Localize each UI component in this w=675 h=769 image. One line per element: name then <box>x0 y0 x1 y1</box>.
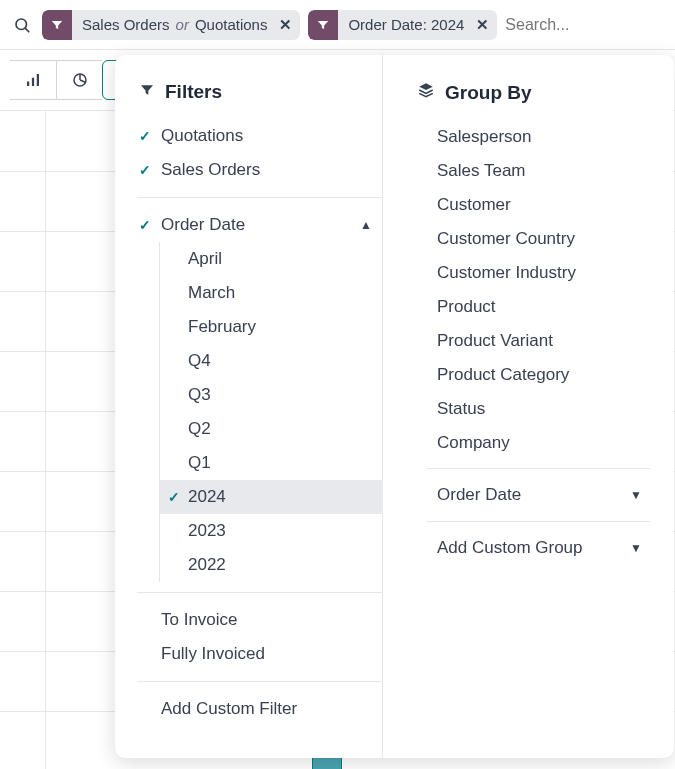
groupby-product-category[interactable]: Product Category <box>407 358 660 392</box>
groupby-label: Customer Country <box>437 229 575 249</box>
groupby-label: Product Variant <box>437 331 553 351</box>
divider <box>427 521 650 522</box>
groupby-order-date[interactable]: Order Date ▼ <box>407 477 660 513</box>
add-custom-filter[interactable]: Add Custom Filter <box>129 692 382 726</box>
filter-fully-invoiced[interactable]: Fully Invoiced <box>129 637 382 671</box>
view-pie-button[interactable] <box>56 60 102 100</box>
groupby-label: Customer Industry <box>437 263 576 283</box>
order-date-subfilters: April March February Q4 Q3 Q2 Q1 ✓2024 2… <box>159 242 382 582</box>
subfilter-label: 2022 <box>188 555 226 575</box>
filter-label: Fully Invoiced <box>161 644 265 664</box>
filter-label: To Invoice <box>161 610 238 630</box>
groupby-title: Group By <box>445 82 532 104</box>
subfilter-2023[interactable]: 2023 <box>160 514 382 548</box>
subfilter-label: 2023 <box>188 521 226 541</box>
subfilter-label: Q3 <box>188 385 211 405</box>
filter-label: Quotations <box>161 126 243 146</box>
filters-header: Filters <box>129 73 382 119</box>
search-bar: Sales Orders or Quotations ✕ Order Date:… <box>0 0 675 50</box>
filter-chip-order-date[interactable]: Order Date: 2024 ✕ <box>308 10 497 40</box>
divider <box>137 197 382 198</box>
groupby-customer[interactable]: Customer <box>407 188 660 222</box>
chip-text-a: Sales Orders <box>82 16 170 33</box>
filter-sales-orders[interactable]: ✓ Sales Orders <box>129 153 382 187</box>
subfilter-march[interactable]: March <box>160 276 382 310</box>
filter-icon <box>139 81 155 103</box>
groupby-label: Order Date <box>437 485 521 505</box>
filters-column: Filters ✓ Quotations ✓ Sales Orders ✓ Or… <box>115 55 383 758</box>
filter-label: Order Date <box>161 215 245 235</box>
filter-chip-sales-quotations[interactable]: Sales Orders or Quotations ✕ <box>42 10 300 40</box>
subfilter-q3[interactable]: Q3 <box>160 378 382 412</box>
groupby-customer-country[interactable]: Customer Country <box>407 222 660 256</box>
subfilter-label: March <box>188 283 235 303</box>
filter-label: Sales Orders <box>161 160 260 180</box>
subfilter-label: Q2 <box>188 419 211 439</box>
filter-label: Add Custom Filter <box>161 699 297 719</box>
search-input[interactable] <box>505 10 665 40</box>
chip-text-b: Quotations <box>195 16 268 33</box>
svg-rect-3 <box>32 78 34 86</box>
filter-quotations[interactable]: ✓ Quotations <box>129 119 382 153</box>
subfilter-label: 2024 <box>188 487 226 507</box>
subfilter-label: Q4 <box>188 351 211 371</box>
check-icon: ✓ <box>139 128 161 144</box>
subfilter-february[interactable]: February <box>160 310 382 344</box>
add-custom-group[interactable]: Add Custom Group ▼ <box>407 530 660 566</box>
groupby-label: Product Category <box>437 365 569 385</box>
chip-or: or <box>176 16 189 33</box>
check-icon: ✓ <box>139 217 161 233</box>
filter-chip-body: Order Date: 2024 ✕ <box>338 10 497 40</box>
subfilter-2022[interactable]: 2022 <box>160 548 382 582</box>
groupby-product-variant[interactable]: Product Variant <box>407 324 660 358</box>
groupby-label: Salesperson <box>437 127 532 147</box>
check-icon: ✓ <box>160 489 188 505</box>
svg-rect-4 <box>37 74 39 86</box>
groupby-salesperson[interactable]: Salesperson <box>407 120 660 154</box>
check-icon: ✓ <box>139 162 161 178</box>
chevron-down-icon: ▼ <box>630 541 642 555</box>
groupby-product[interactable]: Product <box>407 290 660 324</box>
chevron-up-icon: ▲ <box>360 218 372 232</box>
groupby-label: Add Custom Group <box>437 538 583 558</box>
subfilter-label: February <box>188 317 256 337</box>
filter-chip-body: Sales Orders or Quotations ✕ <box>72 10 300 40</box>
filters-title: Filters <box>165 81 222 103</box>
groupby-status[interactable]: Status <box>407 392 660 426</box>
filter-icon <box>42 10 72 40</box>
filter-icon <box>308 10 338 40</box>
layers-icon <box>417 81 435 104</box>
svg-line-1 <box>25 28 28 31</box>
subfilter-2024[interactable]: ✓2024 <box>160 480 382 514</box>
subfilter-q4[interactable]: Q4 <box>160 344 382 378</box>
subfilter-label: Q1 <box>188 453 211 473</box>
close-icon[interactable]: ✕ <box>476 16 489 34</box>
search-icon[interactable] <box>10 13 34 37</box>
view-graph-button[interactable] <box>10 60 56 100</box>
groupby-customer-industry[interactable]: Customer Industry <box>407 256 660 290</box>
groupby-label: Company <box>437 433 510 453</box>
groupby-label: Status <box>437 399 485 419</box>
groupby-label: Product <box>437 297 496 317</box>
groupby-column: Group By Salesperson Sales Team Customer… <box>393 55 674 758</box>
groupby-sales-team[interactable]: Sales Team <box>407 154 660 188</box>
filter-to-invoice[interactable]: To Invoice <box>129 603 382 637</box>
divider <box>137 681 382 682</box>
svg-rect-2 <box>27 82 29 87</box>
subfilter-april[interactable]: April <box>160 242 382 276</box>
divider <box>137 592 382 593</box>
filter-order-date[interactable]: ✓ Order Date ▲ <box>129 208 382 242</box>
groupby-label: Customer <box>437 195 511 215</box>
subfilter-label: April <box>188 249 222 269</box>
groupby-company[interactable]: Company <box>407 426 660 460</box>
groupby-header: Group By <box>407 73 660 120</box>
close-icon[interactable]: ✕ <box>279 16 292 34</box>
chip-text: Order Date: 2024 <box>348 16 464 33</box>
subfilter-q2[interactable]: Q2 <box>160 412 382 446</box>
search-dropdown: Filters ✓ Quotations ✓ Sales Orders ✓ Or… <box>115 55 674 758</box>
chevron-down-icon: ▼ <box>630 488 642 502</box>
divider <box>427 468 650 469</box>
groupby-label: Sales Team <box>437 161 526 181</box>
subfilter-q1[interactable]: Q1 <box>160 446 382 480</box>
